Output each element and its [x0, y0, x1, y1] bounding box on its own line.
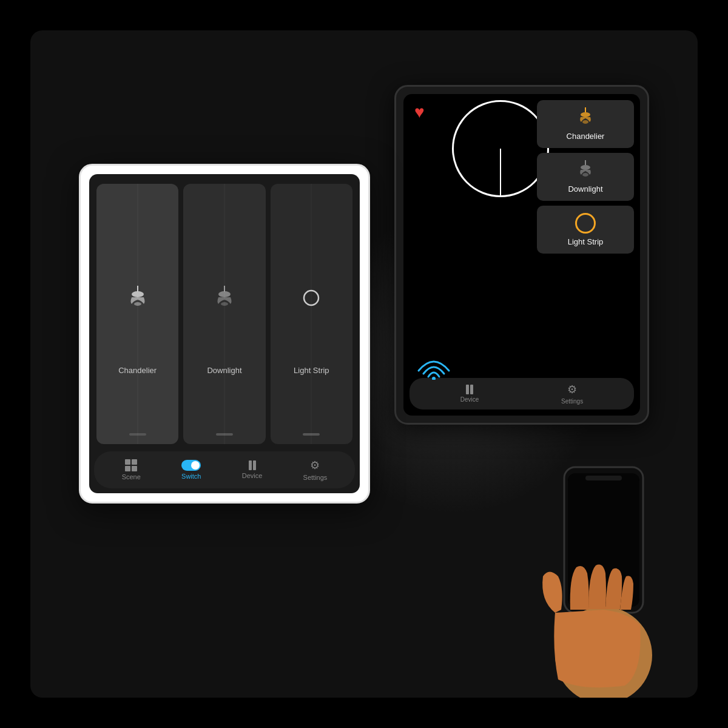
back-device: ♥ Chandelier	[394, 85, 649, 425]
slider-line-1	[137, 184, 138, 444]
nav-settings[interactable]: ⚙ Settings	[298, 456, 332, 484]
back-dial[interactable]	[452, 100, 549, 197]
svg-point-5	[582, 173, 588, 177]
front-main-controls: Chandelier Downlight	[89, 174, 360, 451]
back-device-list: Chandelier Downlight	[537, 100, 634, 254]
nav-device[interactable]: Device	[237, 458, 268, 482]
back-lightstrip-item[interactable]: Light Strip	[537, 206, 634, 254]
scene-container: ♥ Chandelier	[30, 30, 698, 698]
svg-point-1	[581, 112, 590, 117]
lightstrip-label: Light Strip	[568, 237, 604, 246]
svg-point-6	[432, 377, 436, 380]
settings-nav-icon: ⚙	[310, 459, 320, 472]
back-device-item[interactable]: Device	[460, 385, 479, 403]
nav-device-label: Device	[242, 472, 263, 479]
lightstrip-control[interactable]: Light Strip	[271, 184, 352, 444]
front-device-screen: Chandelier Downlight	[89, 174, 360, 493]
nav-scene[interactable]: Scene	[117, 457, 146, 483]
nav-switch[interactable]: Switch	[177, 457, 206, 482]
svg-rect-16	[585, 476, 622, 480]
device-nav-icon	[249, 460, 256, 470]
downlight-control[interactable]: Downlight	[183, 184, 265, 444]
svg-point-2	[582, 120, 588, 124]
nav-scene-label: Scene	[122, 473, 141, 480]
heart-icon: ♥	[414, 103, 425, 122]
back-chandelier-item[interactable]: Chandelier	[537, 100, 634, 148]
device-icon	[466, 385, 473, 394]
wifi-icon	[416, 349, 452, 382]
switch-icon	[181, 460, 201, 471]
back-downlight-item[interactable]: Downlight	[537, 153, 634, 201]
nav-switch-label: Switch	[181, 473, 201, 480]
hand-with-phone	[522, 455, 679, 698]
back-device-label: Device	[460, 396, 479, 403]
slider-line-2	[224, 184, 224, 444]
svg-point-4	[581, 165, 590, 170]
back-device-screen: ♥ Chandelier	[403, 94, 640, 416]
back-bottom-bar: Device ⚙ Settings	[410, 378, 634, 410]
dial-line	[500, 149, 501, 195]
back-settings-label: Settings	[561, 398, 583, 405]
downlight-label: Downlight	[568, 184, 602, 194]
chandelier-control[interactable]: Chandelier	[96, 184, 178, 444]
downlight-icon	[576, 160, 595, 181]
nav-settings-label: Settings	[303, 474, 328, 481]
front-device: Chandelier Downlight	[79, 164, 370, 504]
scene-icon	[125, 459, 137, 471]
chandelier-icon	[576, 107, 595, 128]
hand-svg	[522, 455, 679, 698]
chandelier-label: Chandelier	[567, 132, 605, 141]
back-settings-item[interactable]: ⚙ Settings	[561, 383, 583, 405]
lightstrip-icon	[575, 213, 596, 234]
front-navbar: Scene Switch Device ⚙	[94, 451, 355, 488]
slider-line-3	[311, 184, 312, 444]
settings-icon: ⚙	[567, 383, 577, 396]
